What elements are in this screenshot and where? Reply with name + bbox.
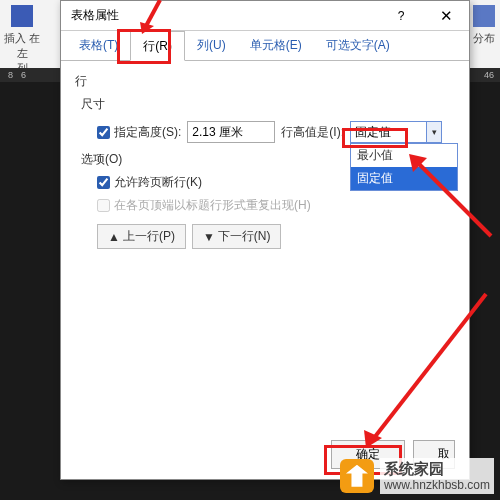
annotation-arrow bbox=[405, 150, 495, 240]
ribbon-label: 插入 在左 bbox=[2, 31, 42, 61]
next-row-button[interactable]: ▼下一行(N) bbox=[192, 224, 282, 249]
size-label: 尺寸 bbox=[81, 96, 455, 113]
repeat-header-label: 在各页顶端以标题行形式重复出现(H) bbox=[114, 197, 311, 214]
prev-row-button[interactable]: ▲上一行(P) bbox=[97, 224, 186, 249]
help-button[interactable]: ? bbox=[381, 1, 421, 31]
tab-col[interactable]: 列(U) bbox=[185, 31, 238, 60]
svg-line-0 bbox=[146, 0, 160, 26]
close-button[interactable]: ✕ bbox=[423, 1, 469, 31]
annotation-arrow bbox=[140, 0, 164, 34]
ribbon-insert-left[interactable]: 插入 在左 列 bbox=[2, 5, 42, 76]
up-icon: ▲ bbox=[108, 230, 120, 244]
tab-alt[interactable]: 可选文字(A) bbox=[314, 31, 402, 60]
svg-line-4 bbox=[374, 294, 486, 438]
allow-break-checkbox[interactable]: 允许跨页断行(K) bbox=[97, 174, 202, 191]
tab-table[interactable]: 表格(T) bbox=[67, 31, 130, 60]
tab-row[interactable]: 行(R) bbox=[130, 31, 185, 61]
watermark: 系统家园 www.hnzkhbsb.com bbox=[340, 458, 494, 494]
repeat-header-checkbox: 在各页顶端以标题行形式重复出现(H) bbox=[97, 197, 311, 214]
height-input[interactable] bbox=[187, 121, 275, 143]
specify-height-checkbox[interactable]: 指定高度(S): bbox=[97, 124, 181, 141]
annotation-arrow bbox=[360, 290, 490, 450]
combo-dropdown-button[interactable]: ▾ bbox=[426, 121, 442, 143]
specify-height-label: 指定高度(S): bbox=[114, 124, 181, 141]
dialog-tabs: 表格(T) 行(R) 列(U) 单元格(E) 可选文字(A) bbox=[61, 31, 469, 61]
watermark-url: www.hnzkhbsb.com bbox=[384, 478, 490, 492]
allow-break-label: 允许跨页断行(K) bbox=[114, 174, 202, 191]
height-is-label: 行高值是(I): bbox=[281, 124, 344, 141]
watermark-logo-icon bbox=[340, 459, 374, 493]
row-label: 行 bbox=[75, 73, 455, 90]
tab-cell[interactable]: 单元格(E) bbox=[238, 31, 314, 60]
dialog-titlebar: 表格属性 ? ✕ bbox=[61, 1, 469, 31]
svg-line-2 bbox=[419, 164, 491, 236]
watermark-title: 系统家园 bbox=[384, 460, 490, 478]
down-icon: ▼ bbox=[203, 230, 215, 244]
dialog-title: 表格属性 bbox=[71, 7, 119, 24]
